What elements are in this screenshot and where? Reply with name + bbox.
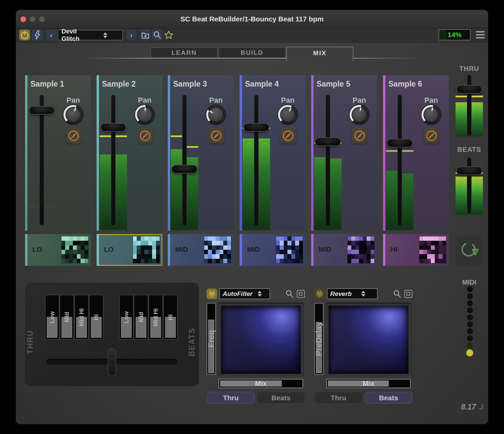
thru-master-fader-handle[interactable] bbox=[456, 85, 482, 94]
fx-slot-1: AutoFilter Freq Mix Thru Beats bbox=[207, 288, 320, 415]
pan-knob[interactable] bbox=[277, 104, 298, 125]
volume-fader-handle[interactable] bbox=[29, 106, 55, 115]
beats-band-fader-midhi[interactable]: Mid Hi bbox=[149, 295, 163, 339]
pan-knob[interactable] bbox=[420, 104, 442, 125]
search-preset-button[interactable] bbox=[152, 29, 162, 40]
volume-fader-handle[interactable] bbox=[243, 123, 269, 132]
pan-knob[interactable] bbox=[349, 104, 370, 125]
thru-band-fader-low[interactable]: Low bbox=[45, 295, 59, 339]
tab-learn[interactable]: LEARN bbox=[151, 47, 218, 58]
resize-grip[interactable] bbox=[479, 405, 483, 409]
square-in-square-icon bbox=[297, 290, 305, 298]
fx-mix-slider[interactable]: Mix bbox=[326, 379, 411, 388]
fx-window-button[interactable] bbox=[296, 289, 305, 298]
volume-fader-track[interactable] bbox=[182, 95, 187, 226]
power-icon bbox=[20, 30, 30, 40]
strip-title: Sample 3 bbox=[173, 80, 207, 89]
sample-pad-4[interactable]: MID bbox=[240, 234, 305, 266]
pan-knob[interactable] bbox=[205, 104, 227, 125]
next-preset-button[interactable]: › bbox=[126, 29, 136, 40]
fx-mix-slider[interactable]: Mix bbox=[219, 379, 303, 388]
fx-browse-button[interactable] bbox=[285, 289, 294, 298]
learn-midi-button[interactable] bbox=[32, 29, 43, 40]
fx-route-thru-button[interactable]: Thru bbox=[314, 392, 362, 404]
mute-bypass-button[interactable] bbox=[280, 128, 296, 143]
beats-band-fader-low[interactable]: Low bbox=[119, 295, 133, 339]
channel-strip-5: Sample 5 Pan bbox=[311, 75, 377, 231]
fx-power-button[interactable] bbox=[207, 289, 217, 299]
menu-button[interactable] bbox=[476, 31, 485, 38]
thru-band-fader-midhi[interactable]: Mid Hi bbox=[75, 295, 89, 339]
preset-name: Devil Glitch bbox=[61, 28, 91, 42]
thru-master-label: THRU bbox=[449, 65, 488, 73]
chevron-left-icon: ‹ bbox=[50, 32, 52, 38]
waveform-thumbnail bbox=[204, 236, 231, 263]
xy-pad[interactable] bbox=[221, 306, 301, 374]
volume-fader-handle[interactable] bbox=[100, 123, 126, 132]
fx-window-button[interactable] bbox=[404, 289, 413, 298]
beats-band-fader-mid[interactable]: Mid bbox=[134, 295, 148, 339]
favorite-button[interactable] bbox=[163, 29, 174, 40]
sample-pad-6[interactable]: HI bbox=[383, 234, 449, 266]
prev-preset-button[interactable]: ‹ bbox=[46, 29, 56, 40]
fx-route-beats-button[interactable]: Beats bbox=[365, 392, 412, 404]
tile-color-bar bbox=[383, 234, 385, 266]
volume-fader-track[interactable] bbox=[254, 95, 259, 226]
fx-select[interactable]: Reverb bbox=[327, 288, 378, 299]
loop-refresh-button[interactable] bbox=[456, 235, 483, 266]
pan-knob[interactable] bbox=[62, 104, 84, 125]
fx-param-slider[interactable]: PreDelay bbox=[314, 303, 324, 375]
sample-pad-3[interactable]: MID bbox=[168, 234, 234, 266]
band-tag: MID bbox=[247, 245, 260, 253]
mute-bypass-button[interactable] bbox=[66, 128, 81, 143]
beats-master-fader-handle[interactable] bbox=[456, 167, 482, 175]
band-tag: HI bbox=[390, 245, 397, 253]
app-window: SC Beat ReBuilder/1-Bouncy Beat 117 bpm … bbox=[16, 10, 488, 424]
fx-select[interactable]: AutoFilter bbox=[219, 288, 270, 299]
search-icon bbox=[152, 30, 162, 40]
sample-pad-1[interactable]: LO bbox=[25, 234, 91, 266]
tile-color-bar bbox=[311, 234, 313, 266]
beats-band-fader-hi[interactable]: Hi bbox=[163, 295, 177, 339]
volume-fader-handle[interactable] bbox=[171, 165, 198, 174]
fx-power-button[interactable] bbox=[314, 289, 325, 299]
tab-mix[interactable]: MIX bbox=[286, 47, 353, 61]
sample-pad-5[interactable]: MID bbox=[311, 234, 377, 266]
volume-fader-handle[interactable] bbox=[315, 137, 341, 146]
band-tag: LO bbox=[104, 245, 114, 253]
volume-fader-handle[interactable] bbox=[387, 139, 413, 147]
mute-bypass-button[interactable] bbox=[137, 128, 153, 143]
power-knob-icon bbox=[209, 290, 215, 298]
channel-strip-2: Sample 2 Pan bbox=[97, 75, 162, 231]
slash-circle-icon bbox=[68, 130, 79, 142]
fx-route-thru-button[interactable]: Thru bbox=[207, 392, 255, 404]
fx-param-label: Freq bbox=[207, 330, 216, 347]
thru-band-fader-mid[interactable]: Mid bbox=[60, 295, 74, 339]
square-in-square-icon bbox=[404, 290, 412, 298]
thru-master-fader-track[interactable] bbox=[467, 75, 472, 136]
mute-bypass-button[interactable] bbox=[352, 128, 367, 143]
xy-pad[interactable] bbox=[329, 306, 408, 374]
version-number: 8.17 bbox=[451, 403, 476, 412]
pan-label: Pan bbox=[200, 96, 232, 105]
volume-fader-track[interactable] bbox=[111, 95, 116, 226]
thru-band-fader-hi[interactable]: Hi bbox=[89, 295, 103, 339]
tab-build[interactable]: BUILD bbox=[219, 47, 285, 58]
pan-knob[interactable] bbox=[134, 104, 155, 125]
save-preset-button[interactable] bbox=[140, 29, 151, 40]
tab-underline-left bbox=[80, 58, 286, 59]
mute-bypass-button[interactable] bbox=[209, 128, 224, 143]
preset-select[interactable]: Devil Glitch bbox=[57, 30, 123, 40]
volume-fader-track[interactable] bbox=[326, 95, 330, 226]
fx-param-slider[interactable]: Freq bbox=[207, 303, 216, 375]
strip-color-bar bbox=[97, 75, 99, 231]
volume-fader-track[interactable] bbox=[397, 95, 402, 226]
sample-pad-2[interactable]: LO bbox=[97, 234, 162, 266]
star-icon bbox=[164, 30, 174, 40]
fx-browse-button[interactable] bbox=[392, 289, 401, 298]
power-button[interactable] bbox=[19, 29, 30, 40]
beats-master-fader-track[interactable] bbox=[467, 157, 472, 214]
crossfade-slider-handle[interactable] bbox=[108, 348, 116, 376]
fx-route-beats-button[interactable]: Beats bbox=[257, 392, 305, 404]
mute-bypass-button[interactable] bbox=[424, 128, 439, 143]
